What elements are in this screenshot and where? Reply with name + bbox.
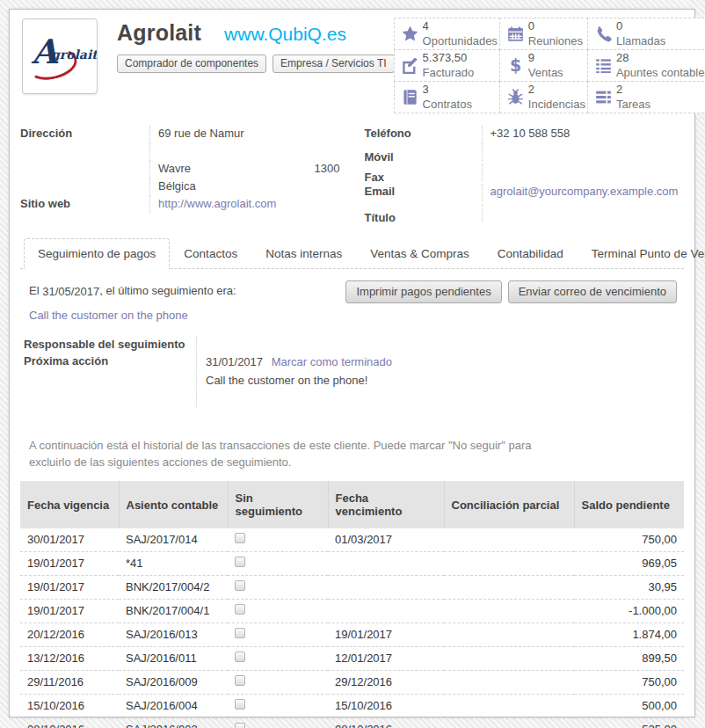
- cell-saldo-pendiente: 899,50: [574, 647, 684, 671]
- cell-asiento-contable: SAJ/2016/013: [119, 623, 228, 647]
- no-follow-checkbox[interactable]: [235, 604, 245, 615]
- cell-sin-seguimiento: [228, 528, 328, 552]
- table-row[interactable]: 08/10/2016 SAJ/2016/003 08/10/2016 525,0…: [20, 718, 684, 728]
- transactions-table: Fecha vigencia Asiento contable Sin segu…: [20, 481, 684, 728]
- cell-sin-seguimiento: [228, 695, 328, 718]
- tab[interactable]: Contabilidad: [483, 238, 578, 269]
- cell-fecha-vigencia: 08/10/2016: [20, 718, 119, 728]
- stat-button[interactable]: 3 Contratos: [394, 81, 500, 113]
- agrolait-logo: A grolait: [22, 18, 98, 94]
- no-follow-checkbox[interactable]: [235, 580, 245, 591]
- partner-website-link[interactable]: http://www.agrolait.com: [158, 197, 276, 213]
- country-value: Bélgica: [158, 179, 196, 195]
- no-follow-checkbox[interactable]: [235, 557, 245, 567]
- table-row[interactable]: 20/12/2016 SAJ/2016/013 19/01/2017 1.874…: [20, 623, 684, 647]
- cell-conciliacion-parcial: [444, 576, 574, 600]
- cell-asiento-contable: BNK/2017/004/1: [119, 600, 228, 623]
- cell-fecha-vigencia: 19/01/2017: [20, 600, 119, 623]
- no-follow-checkbox[interactable]: [235, 723, 245, 728]
- no-follow-checkbox[interactable]: [235, 652, 245, 662]
- table-row[interactable]: 30/01/2017 SAJ/2017/014 01/03/2017 750,0…: [20, 528, 684, 552]
- fax-label: Fax: [365, 171, 482, 184]
- star-icon: [402, 25, 423, 42]
- cell-saldo-pendiente: 750,00: [574, 671, 684, 695]
- cell-sin-seguimiento: [228, 623, 328, 647]
- cell-sin-seguimiento: [228, 671, 328, 695]
- stat-label: Incidencias: [528, 98, 585, 112]
- cell-fecha-vencimiento: [328, 576, 444, 600]
- col-sin-seguimiento: Sin seguimiento: [228, 481, 328, 528]
- print-overdue-payments-button[interactable]: Imprimir pagos pendientes: [345, 280, 501, 303]
- phone-icon: [595, 25, 616, 42]
- qubiq-website-link[interactable]: www.QubiQ.es: [224, 24, 346, 45]
- cell-sin-seguimiento: [228, 647, 328, 671]
- stat-value: 9: [528, 51, 563, 65]
- last-followup-action-link[interactable]: Call the customer on the phone: [29, 309, 188, 322]
- tab[interactable]: Ventas & Compras: [356, 238, 483, 269]
- cell-fecha-vigencia: 13/12/2016: [20, 647, 119, 671]
- partner-tag: Empresa / Servicios TI: [273, 55, 394, 73]
- cell-saldo-pendiente: 525,00: [574, 718, 684, 728]
- stat-label: Oportunidades: [423, 34, 498, 48]
- no-follow-checkbox[interactable]: [235, 533, 245, 543]
- website-label: Sitio web: [20, 197, 149, 210]
- stat-button[interactable]: 28 Apuntes contables: [587, 49, 705, 82]
- list-icon: [595, 57, 616, 74]
- book-icon: [402, 89, 423, 106]
- followup-header: El 31/05/2017, el último seguimiento era…: [20, 280, 684, 303]
- cell-fecha-vigencia: 20/12/2016: [20, 623, 119, 647]
- tasks-icon: [595, 89, 616, 106]
- cell-saldo-pendiente: 500,00: [574, 695, 684, 718]
- tab[interactable]: Contactos: [170, 238, 251, 269]
- cell-conciliacion-parcial: [444, 552, 574, 576]
- svg-text:$: $: [510, 57, 521, 74]
- edit-icon: [402, 57, 423, 74]
- cell-fecha-vigencia: 19/01/2017: [20, 552, 119, 576]
- stat-button[interactable]: 4 Oportunidades: [394, 18, 500, 50]
- cell-sin-seguimiento: [228, 576, 328, 600]
- next-action-date: 31/01/2017: [206, 355, 263, 368]
- no-follow-checkbox[interactable]: [235, 675, 245, 686]
- bug-icon: [507, 89, 528, 106]
- cell-conciliacion-parcial: [444, 718, 574, 728]
- cell-asiento-contable: SAJ/2016/003: [119, 718, 228, 728]
- table-row[interactable]: 19/01/2017 *41 969,05: [20, 552, 684, 576]
- partner-tags: Comprador de componentes Empresa / Servi…: [117, 55, 395, 73]
- stat-button[interactable]: 2 Incidencias: [499, 81, 588, 113]
- tab[interactable]: Seguimiento de pagos: [24, 238, 170, 269]
- no-follow-checkbox[interactable]: [235, 628, 245, 638]
- stat-label: Ventas: [528, 66, 563, 80]
- cell-asiento-contable: SAJ/2017/014: [119, 528, 228, 552]
- stat-button[interactable]: $ 9 Ventas: [499, 49, 588, 82]
- cell-saldo-pendiente: -1.000,00: [574, 600, 684, 623]
- stat-button[interactable]: 5.373,50 Facturado: [394, 49, 500, 82]
- cell-fecha-vencimiento: 15/10/2016: [328, 695, 444, 718]
- title-label: Título: [365, 211, 482, 224]
- cell-fecha-vigencia: 15/10/2016: [20, 695, 119, 718]
- stat-button[interactable]: 0 Llamadas: [587, 18, 705, 50]
- table-row[interactable]: 13/12/2016 SAJ/2016/011 12/01/2017 899,5…: [20, 647, 684, 671]
- last-followup-sentence: El 31/05/2017, el último seguimiento era…: [20, 280, 345, 297]
- stat-buttons-grid: 4 Oportunidades 0 Reuniones 0: [395, 18, 705, 113]
- mark-as-done-link[interactable]: Marcar como terminado: [272, 355, 392, 368]
- stat-button[interactable]: 0 Reuniones: [499, 18, 588, 50]
- stat-button[interactable]: 2 Tareas: [587, 81, 705, 113]
- cell-fecha-vigencia: 30/01/2017: [20, 528, 119, 552]
- email-value-link[interactable]: agrolait@yourcompany.example.com: [491, 185, 679, 200]
- table-header-row: Fecha vigencia Asiento contable Sin segu…: [20, 481, 684, 528]
- tab[interactable]: Terminal Punto de Venta: [578, 238, 705, 269]
- cell-asiento-contable: *41: [119, 552, 228, 576]
- tab[interactable]: Notas internas: [251, 238, 356, 269]
- cell-fecha-vencimiento: 29/12/2016: [328, 671, 444, 695]
- calendar-icon: [507, 25, 528, 42]
- no-follow-checkbox[interactable]: [235, 699, 245, 710]
- cell-conciliacion-parcial: [444, 647, 574, 671]
- col-conciliacion-parcial: Conciliación parcial: [444, 481, 574, 528]
- table-row[interactable]: 29/11/2016 SAJ/2016/009 29/12/2016 750,0…: [20, 671, 684, 695]
- table-row[interactable]: 15/10/2016 SAJ/2016/004 15/10/2016 500,0…: [20, 695, 684, 718]
- col-fecha-vencimiento: Fecha vencimiento: [328, 481, 444, 528]
- send-overdue-email-button[interactable]: Enviar correo de vencimiento: [508, 280, 677, 303]
- table-row[interactable]: 19/01/2017 BNK/2017/004/1 -1.000,00: [20, 600, 684, 623]
- page-title: Agrolait: [117, 20, 201, 46]
- table-row[interactable]: 19/01/2017 BNK/2017/004/2 30,95: [20, 576, 684, 600]
